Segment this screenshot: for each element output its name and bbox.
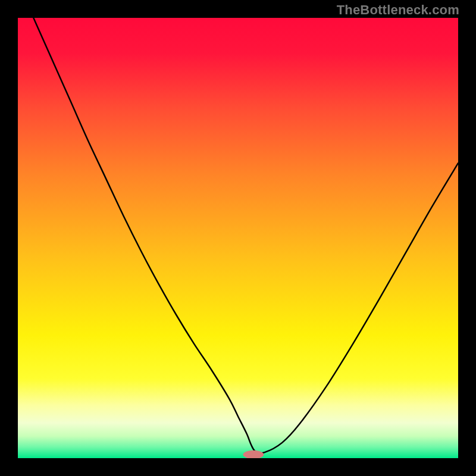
minimum-marker — [243, 450, 264, 458]
chart-svg — [18, 18, 458, 458]
plot-area — [18, 18, 458, 458]
chart-frame: TheBottleneck.com — [0, 0, 476, 476]
gradient-rect — [18, 18, 458, 458]
watermark-label: TheBottleneck.com — [337, 2, 459, 18]
